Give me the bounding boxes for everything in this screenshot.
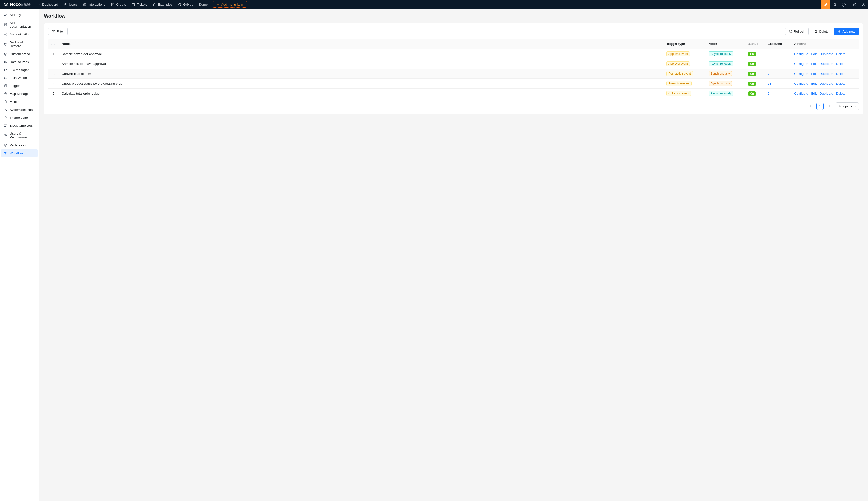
topnav-tickets[interactable]: Tickets	[129, 0, 150, 9]
sidebar-item-label: Localization	[10, 76, 27, 79]
action-duplicate[interactable]: Duplicate	[820, 62, 833, 66]
executed-link[interactable]: 2	[768, 92, 770, 95]
add-new-button[interactable]: Add new	[834, 28, 859, 35]
help-button[interactable]	[850, 0, 859, 9]
action-edit[interactable]: Edit	[811, 62, 817, 66]
sidebar-item-label: API documentation	[10, 21, 35, 28]
ticket-icon	[132, 3, 135, 6]
action-configure[interactable]: Configure	[794, 82, 809, 85]
action-edit[interactable]: Edit	[811, 52, 817, 56]
table-row[interactable]: 4 Check product status before creating o…	[48, 79, 859, 88]
add-menu-item-button[interactable]: Add menu item	[213, 1, 247, 8]
file-icon	[4, 68, 7, 72]
sidebar-item-label: Authentication	[10, 33, 30, 36]
action-configure[interactable]: Configure	[794, 72, 809, 76]
sidebar-item-datasources[interactable]: Data sources	[1, 58, 38, 66]
users-icon	[64, 3, 67, 6]
status-tag: On	[748, 72, 756, 76]
table-row[interactable]: 3 Convert lead to user Post-action event…	[48, 69, 859, 79]
row-executed: 5	[765, 49, 791, 59]
sidebar-item-workflow[interactable]: Workflow	[1, 149, 38, 157]
executed-link[interactable]: 7	[768, 72, 770, 76]
svg-rect-14	[6, 62, 7, 63]
row-actions: Configure Edit Duplicate Delete	[791, 79, 859, 88]
topnav-github[interactable]: GitHub	[175, 0, 196, 9]
delete-button[interactable]: Delete	[811, 28, 832, 35]
action-configure[interactable]: Configure	[794, 62, 809, 66]
check-circle-icon	[4, 143, 7, 147]
trash-icon	[814, 30, 817, 33]
sidebar-item-backup[interactable]: Backup & Restore	[1, 39, 38, 50]
executed-link[interactable]: 2	[768, 62, 770, 66]
select-all-checkbox[interactable]	[51, 42, 55, 45]
action-delete[interactable]: Delete	[836, 82, 845, 85]
action-duplicate[interactable]: Duplicate	[820, 72, 833, 76]
sidebar-item-auth[interactable]: Authentication	[1, 30, 38, 39]
svg-rect-24	[6, 126, 7, 127]
action-edit[interactable]: Edit	[811, 92, 817, 95]
sidebar-item-logger[interactable]: Logger	[1, 82, 38, 90]
row-mode: Asynchronously	[706, 88, 746, 98]
action-duplicate[interactable]: Duplicate	[820, 52, 833, 56]
sidebar-item-localization[interactable]: Localization	[1, 74, 38, 82]
filter-button[interactable]: Filter	[48, 28, 67, 35]
action-configure[interactable]: Configure	[794, 92, 809, 95]
sidebar-item-brand[interactable]: Custom brand	[1, 50, 38, 58]
sidebar-item-api-keys[interactable]: API keys	[1, 11, 38, 19]
action-duplicate[interactable]: Duplicate	[820, 92, 833, 95]
sidebar-item-theme[interactable]: Theme editor	[1, 114, 38, 121]
topnav-demo[interactable]: Demo	[196, 0, 210, 9]
sidebar-item-verification[interactable]: Verification	[1, 141, 38, 149]
sidebar-item-map[interactable]: Map Manager	[1, 90, 38, 98]
mobile-icon	[4, 100, 7, 104]
sidebar: API keys API documentation Authenticatio…	[0, 9, 39, 501]
row-name: Calculate total order value	[59, 88, 663, 98]
table-row[interactable]: 1 Sample new order approval Approval eve…	[48, 49, 859, 59]
action-delete[interactable]: Delete	[836, 52, 845, 56]
row-index: 3	[48, 69, 59, 79]
user-button[interactable]	[859, 0, 868, 9]
sidebar-item-templates[interactable]: Block templates	[1, 121, 38, 130]
svg-point-17	[5, 93, 6, 94]
message-icon	[83, 3, 87, 6]
sidebar-item-label: System settings	[10, 108, 33, 111]
template-icon	[4, 124, 7, 127]
pagination-page-1[interactable]: 1	[816, 103, 824, 110]
plugin-button[interactable]	[830, 0, 839, 9]
topnav-orders[interactable]: Orders	[108, 0, 129, 9]
executed-link[interactable]: 5	[768, 52, 770, 56]
pagination-next[interactable]	[826, 103, 833, 110]
action-edit[interactable]: Edit	[811, 72, 817, 76]
executed-link[interactable]: 23	[768, 82, 771, 85]
action-delete[interactable]: Delete	[836, 62, 845, 66]
pagination-prev[interactable]	[807, 103, 814, 110]
sidebar-item-api-docs[interactable]: API documentation	[1, 19, 38, 30]
action-edit[interactable]: Edit	[811, 82, 817, 85]
action-duplicate[interactable]: Duplicate	[820, 82, 833, 85]
table-row[interactable]: 2 Sample ask-for-leave approval Approval…	[48, 59, 859, 69]
pin-icon	[4, 92, 7, 96]
topnav-interactions[interactable]: Interactions	[80, 0, 108, 9]
settings-button[interactable]	[839, 0, 848, 9]
logo[interactable]: NocoBase	[0, 2, 34, 7]
action-delete[interactable]: Delete	[836, 72, 845, 76]
topnav-examples[interactable]: Examples	[150, 0, 175, 9]
topnav-dashboard[interactable]: Dashboard	[34, 0, 61, 9]
sidebar-item-label: Data sources	[10, 60, 29, 64]
design-mode-button[interactable]	[821, 0, 830, 9]
sidebar-item-mobile[interactable]: Mobile	[1, 98, 38, 106]
action-configure[interactable]: Configure	[794, 52, 809, 56]
table-row[interactable]: 5 Calculate total order value Collection…	[48, 88, 859, 98]
sidebar-item-label: Workflow	[10, 151, 23, 155]
sidebar-item-filemanager[interactable]: File manager	[1, 66, 38, 74]
pagination-size-select[interactable]: 20 / page	[836, 102, 859, 110]
sidebar-item-permissions[interactable]: Users & Permissions	[1, 130, 38, 141]
pagination-size-label: 20 / page	[839, 105, 852, 108]
github-icon	[178, 3, 182, 6]
sidebar-item-system[interactable]: System settings	[1, 106, 38, 114]
svg-rect-4	[834, 4, 836, 6]
refresh-button[interactable]: Refresh	[785, 28, 809, 35]
action-delete[interactable]: Delete	[836, 92, 845, 95]
svg-rect-3	[132, 3, 134, 6]
topnav-users[interactable]: Users	[61, 0, 80, 9]
